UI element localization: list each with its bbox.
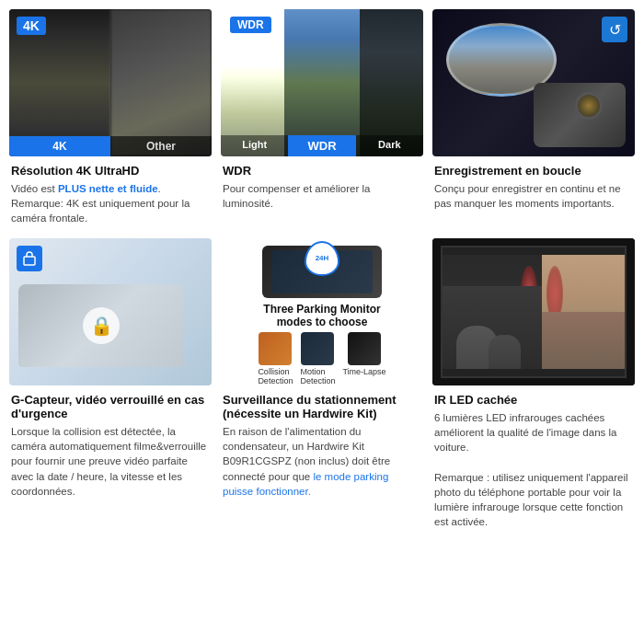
mode-collision-label: CollisionDetection bbox=[258, 367, 293, 385]
4k-bottom-labels: 4K Other bbox=[9, 136, 212, 156]
card-loop-text: Enregistrement en boucle Conçu pour enre… bbox=[432, 156, 635, 214]
wdr-badge: WDR bbox=[230, 17, 271, 33]
image-irled bbox=[432, 238, 635, 385]
card-wdr-text: WDR Pour compenser et améliorer la lumin… bbox=[221, 156, 423, 214]
card-parking-text: Surveillance du stationnement (nécessite… bbox=[221, 385, 423, 501]
parking-mode-timelapse: Time-Lapse bbox=[342, 332, 385, 385]
card-wdr: WDR Light WDR Dark WDR Pour compenser et… bbox=[221, 9, 423, 229]
irled-inner-screen bbox=[441, 246, 627, 378]
card-wdr-title: WDR bbox=[223, 164, 421, 178]
label-dark[interactable]: Dark bbox=[356, 135, 423, 156]
loop-icon: ↺ bbox=[602, 17, 627, 42]
image-gsensor: 🔒 bbox=[9, 238, 212, 385]
mode-motion-label: MotionDetection bbox=[300, 367, 335, 385]
parking-mode-collision: CollisionDetection bbox=[258, 332, 293, 385]
mode-collision-icon bbox=[259, 332, 292, 365]
parking-monitor-title: Three Parking Monitormodes to choose bbox=[263, 303, 380, 328]
4k-badge: 4K bbox=[17, 17, 46, 35]
gsensor-car-body: 🔒 bbox=[18, 284, 184, 367]
card-loop-desc: Conçu pour enregistrer en continu et ne … bbox=[434, 181, 633, 211]
loop-cam-lens bbox=[575, 92, 603, 120]
card-gsensor: 🔒 G-Capteur, vidéo verrouillé en cas d'u… bbox=[9, 238, 212, 533]
feature-grid: 4K 4K Other Résolution 4K UltraHD Vidéo … bbox=[0, 0, 644, 542]
card-loop-title: Enregistrement en boucle bbox=[434, 164, 633, 178]
mode-timelapse-label: Time-Lapse bbox=[342, 367, 385, 376]
svg-rect-0 bbox=[24, 257, 35, 265]
label-4k[interactable]: 4K bbox=[9, 136, 110, 156]
label-light[interactable]: Light bbox=[221, 135, 288, 156]
card-parking-desc: En raison de l'alimentation du condensat… bbox=[223, 424, 421, 498]
card-gsensor-desc: Lorsque la collision est détectée, la ca… bbox=[11, 424, 210, 498]
image-parking: 24H Three Parking Monitormodes to choose… bbox=[221, 238, 423, 385]
card-parking-title: Surveillance du stationnement (nécessite… bbox=[223, 393, 421, 420]
card-irled-title: IR LED cachée bbox=[434, 393, 633, 407]
mode-timelapse-icon bbox=[348, 332, 381, 365]
4k-right-half bbox=[110, 9, 212, 156]
gsensor-badge-icon bbox=[17, 246, 42, 271]
lock-icon: 🔒 bbox=[83, 307, 120, 344]
irled-cam-right bbox=[542, 247, 625, 376]
card-4k-text: Résolution 4K UltraHD Vidéo est PLUS net… bbox=[9, 156, 212, 229]
parking-cam-top: 24H bbox=[262, 246, 382, 298]
parking-mode-motion: MotionDetection bbox=[300, 332, 335, 385]
parking-shield-badge: 24H bbox=[305, 241, 339, 276]
irled-screen-frame bbox=[432, 238, 635, 385]
image-loop: ↺ bbox=[432, 9, 635, 156]
card-gsensor-title: G-Capteur, vidéo verrouillé en cas d'urg… bbox=[11, 393, 210, 420]
parking-modes-row: CollisionDetection MotionDetection Time-… bbox=[258, 332, 385, 385]
loop-cam-device bbox=[534, 83, 626, 147]
card-4k: 4K 4K Other Résolution 4K UltraHD Vidéo … bbox=[9, 9, 212, 229]
card-wdr-desc: Pour compenser et améliorer la luminosit… bbox=[223, 181, 421, 211]
irled-bezel-top bbox=[443, 247, 625, 255]
card-irled: IR LED cachée 6 lumières LED infrarouges… bbox=[432, 238, 635, 533]
card-loop: ↺ Enregistrement en boucle Conçu pour en… bbox=[432, 9, 635, 229]
card-irled-text: IR LED cachée 6 lumières LED infrarouges… bbox=[432, 385, 635, 533]
irled-bezel-bottom bbox=[443, 369, 625, 376]
card-parking: 24H Three Parking Monitormodes to choose… bbox=[221, 238, 423, 533]
wdr-dark-section bbox=[360, 9, 423, 156]
card-gsensor-text: G-Capteur, vidéo verrouillé en cas d'urg… bbox=[9, 385, 212, 501]
image-4k: 4K 4K Other bbox=[9, 9, 212, 156]
card-irled-desc: 6 lumières LED infrarouges cachées améli… bbox=[434, 410, 633, 529]
wdr-bottom-labels: Light WDR Dark bbox=[221, 135, 423, 156]
image-wdr: WDR Light WDR Dark bbox=[221, 9, 423, 156]
card-4k-desc: Vidéo est PLUS nette et fluide. Remarque… bbox=[11, 181, 210, 225]
irled-cam-left bbox=[443, 247, 542, 376]
card-4k-title: Résolution 4K UltraHD bbox=[11, 164, 210, 178]
mode-motion-icon bbox=[301, 332, 334, 365]
wdr-wdr-section bbox=[284, 9, 361, 156]
label-other[interactable]: Other bbox=[110, 136, 212, 156]
label-wdr[interactable]: WDR bbox=[288, 135, 355, 156]
